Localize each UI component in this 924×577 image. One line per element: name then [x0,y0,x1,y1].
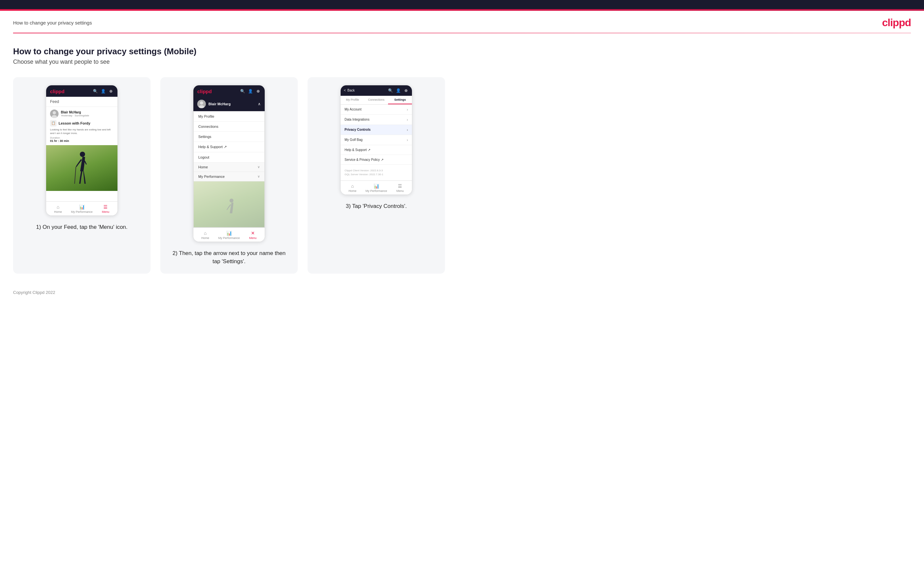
list-service-privacy[interactable]: Service & Privacy Policy ↗ [341,155,412,165]
copyright-text: Copyright Clippd 2022 [13,290,55,295]
phone-mockup-3: < Back 🔍 👤 ⊕ My Profile [340,85,412,195]
back-button[interactable]: < Back [344,89,355,92]
phone-tab-bar-3: ⌂ Home 📊 My Performance ☰ Menu [341,181,412,195]
list-data-integrations[interactable]: Data Integrations › [341,115,412,125]
menu-home-section[interactable]: Home ∨ [194,163,264,172]
list-privacy-controls-label: Privacy Controls [344,128,370,131]
phone3-back-bar: < Back 🔍 👤 ⊕ [341,85,412,96]
settings-icon-3: ⊕ [404,88,409,93]
phone2-tab-menu-label: Menu [249,236,257,240]
lesson-icon: 📋 [50,120,57,127]
feed-duration-label: Duration [50,136,113,139]
phone-tab-home: ⌂ Home [46,204,70,213]
user-dropdown-row[interactable]: Blair McHarg ∧ [193,97,265,111]
svg-point-3 [80,152,85,157]
version-info: Clippd Client Version: 2022.8.3-3 GQL Se… [341,165,412,181]
page-subheading: Choose what you want people to see [13,58,911,65]
user-icon-3: 👤 [396,88,401,93]
menu-logout-label: Logout [198,155,209,159]
step-card-2: clippd 🔍 👤 ⊕ [160,77,298,274]
list-help-support-label: Help & Support ↗ [344,148,370,152]
phone3-tab-performance: 📊 My Performance [365,184,388,193]
user-icon-2: 👤 [248,89,253,94]
settings-icon: ⊕ [108,89,113,94]
phone2-avatar [197,100,206,108]
menu-performance-label: My Performance [198,174,225,179]
phone2-tab-home: ⌂ Home [193,230,217,240]
list-my-golf-bag-label: My Golf Bag [344,138,362,142]
search-icon: 🔍 [93,89,98,94]
step-card-1: clippd 🔍 👤 ⊕ Feed [13,77,150,274]
svg-point-1 [53,111,56,114]
feed-lesson-row: 📋 Lesson with Fordy [50,120,113,127]
data-integrations-chevron: › [407,118,408,122]
phone2-performance-icon: 📊 [226,230,232,236]
phone2-tab-menu[interactable]: ✕ Menu [241,230,265,240]
phone3-tab-home: ⌂ Home [341,184,365,193]
close-menu-icon: ✕ [251,230,255,236]
version-client: Clippd Client Version: 2022.8.3-3 [344,169,408,172]
phone-mockup-2: clippd 🔍 👤 ⊕ [193,85,265,242]
search-icon-2: 🔍 [240,89,245,94]
phone-header-1: clippd 🔍 👤 ⊕ [46,85,118,97]
feed-user-info: Blair McHarg Yesterday · Sunningdale [61,111,89,117]
tab-settings[interactable]: Settings [388,96,412,104]
top-bar [0,0,924,9]
phone-tab-menu[interactable]: ☰ Menu [94,204,118,213]
menu-my-profile[interactable]: My Profile [194,111,264,122]
bg-golfer [221,195,241,227]
menu-my-profile-label: My Profile [198,114,214,118]
phone3-menu-icon: ☰ [398,184,402,189]
menu-help-support[interactable]: Help & Support ↗ [194,142,264,152]
menu-performance-section[interactable]: My Performance ∨ [194,172,264,181]
menu-connections[interactable]: Connections [194,122,264,132]
tab-my-profile[interactable]: My Profile [341,96,365,104]
svg-point-6 [200,102,203,105]
phone-tab-menu-label: Menu [102,210,109,213]
performance-chevron: ∨ [257,174,260,178]
list-privacy-controls[interactable]: Privacy Controls › [341,125,412,135]
step-caption-1: 1) On your Feed, tap the 'Menu' icon. [36,223,128,232]
phone-header-2: clippd 🔍 👤 ⊕ [193,85,265,97]
list-my-account[interactable]: My Account › [341,105,412,115]
phone-tab-bar-1: ⌂ Home 📊 My Performance ☰ Menu [46,201,118,216]
version-server: GQL Server Version: 2022.7.30-1 [344,172,408,177]
phone-tab-performance: 📊 My Performance [70,204,94,213]
logo: clippd [882,17,911,29]
menu-logout[interactable]: Logout [194,152,264,163]
menu-settings-label: Settings [198,135,212,139]
tab-settings-label: Settings [394,98,406,102]
privacy-controls-chevron: › [407,128,408,132]
tab-connections[interactable]: Connections [365,96,388,104]
page-heading: How to change your privacy settings (Mob… [13,47,911,56]
steps-row: clippd 🔍 👤 ⊕ Feed [13,77,911,274]
feed-lesson-title: Lesson with Fordy [58,121,90,125]
menu-settings[interactable]: Settings [194,132,264,142]
feed-user-row: Blair McHarg Yesterday · Sunningdale [50,110,113,118]
list-my-account-label: My Account [344,108,362,111]
list-my-golf-bag[interactable]: My Golf Bag › [341,135,412,145]
header-title: How to change your privacy settings [13,20,92,26]
phone3-tab-performance-label: My Performance [365,189,387,193]
performance-icon: 📊 [79,204,85,210]
feed-image [46,145,118,191]
phone3-tab-home-label: Home [349,189,356,193]
phone-tab-bar-2: ⌂ Home 📊 My Performance ✕ Menu [193,227,265,242]
phone3-list: My Account › Data Integrations › Privacy… [341,105,412,165]
my-account-chevron: › [407,108,408,111]
footer: Copyright Clippd 2022 [0,284,924,301]
feed-username: Blair McHarg [61,111,89,114]
phone-logo-2: clippd [197,89,212,94]
user-info-row: Blair McHarg [197,100,231,108]
list-data-integrations-label: Data Integrations [344,118,369,121]
list-service-privacy-label: Service & Privacy Policy ↗ [344,158,383,161]
phone-body-2: Blair McHarg ∧ My Profile Connections [193,97,265,227]
phone3-tab-menu[interactable]: ☰ Menu [388,184,412,193]
phone-body-1: Feed Blair McHarg [46,97,118,201]
phone-icons-2: 🔍 👤 ⊕ [240,89,261,94]
phone3-tab-menu-label: Menu [396,189,404,193]
phone2-username: Blair McHarg [208,102,231,106]
step-card-3: < Back 🔍 👤 ⊕ My Profile [308,77,445,274]
user-icon: 👤 [100,89,106,94]
list-help-support[interactable]: Help & Support ↗ [341,145,412,155]
